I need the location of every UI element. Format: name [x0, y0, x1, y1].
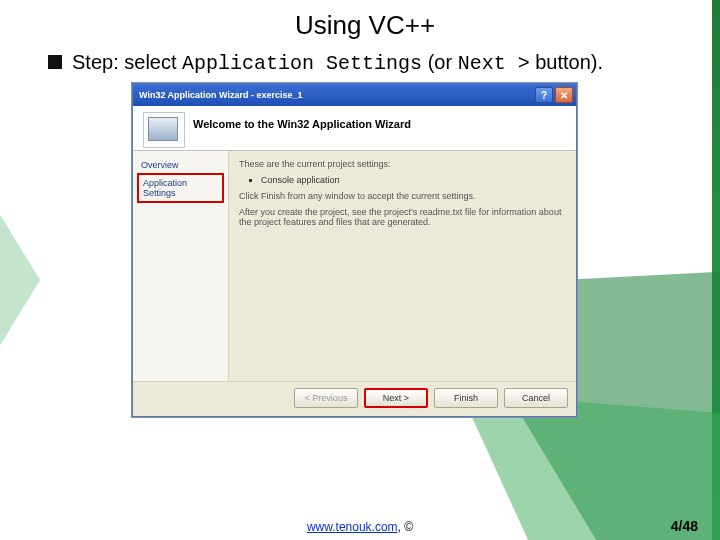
content-bullet: Console application [261, 175, 566, 185]
previous-button: < Previous [294, 388, 358, 408]
content-line3: After you create the project, see the pr… [239, 207, 566, 227]
next-button[interactable]: Next > [364, 388, 428, 408]
slide-title: Using VC++ [40, 10, 690, 41]
content-line2: Click Finish from any window to accept t… [239, 191, 566, 201]
titlebar: Win32 Application Wizard - exercise_1 ? … [133, 84, 576, 106]
titlebar-text: Win32 Application Wizard - exercise_1 [139, 90, 533, 100]
footer-copy: , © [398, 520, 414, 534]
wizard-dialog: Win32 Application Wizard - exercise_1 ? … [132, 83, 577, 417]
content-line1: These are the current project settings: [239, 159, 566, 169]
wizard-banner: Welcome to the Win32 Application Wizard [133, 106, 576, 151]
footer-link[interactable]: www.tenouk.com [307, 520, 398, 534]
bullet-marker [48, 55, 62, 69]
help-icon[interactable]: ? [535, 87, 553, 103]
cancel-button[interactable]: Cancel [504, 388, 568, 408]
close-icon[interactable]: ✕ [555, 87, 573, 103]
bullet-step: Step: select Application Settings (or Ne… [48, 49, 690, 77]
finish-button[interactable]: Finish [434, 388, 498, 408]
bullet-text: Step: select Application Settings (or Ne… [72, 49, 603, 77]
banner-title: Welcome to the Win32 Application Wizard [193, 112, 411, 148]
wizard-icon [143, 112, 185, 148]
footer: www.tenouk.com, © [0, 520, 720, 534]
wizard-content: These are the current project settings: … [229, 151, 576, 381]
sidebar-item-overview[interactable]: Overview [137, 157, 224, 173]
sidebar-item-application-settings[interactable]: Application Settings [137, 173, 224, 203]
button-row: < Previous Next > Finish Cancel [133, 381, 576, 416]
wizard-sidebar: Overview Application Settings [133, 151, 229, 381]
page-number: 4/48 [671, 518, 698, 534]
